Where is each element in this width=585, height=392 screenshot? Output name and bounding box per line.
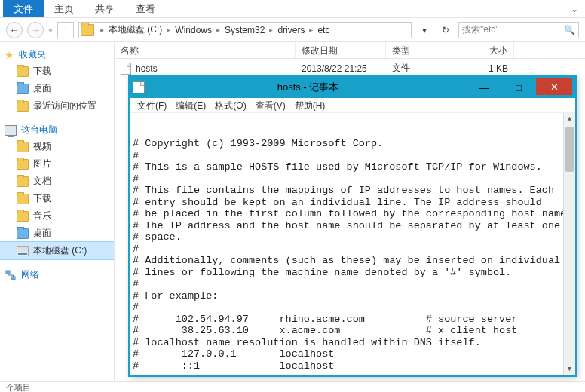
text-line: # be placed in the first column followed… — [133, 208, 572, 220]
file-size: 1 KB — [461, 63, 514, 74]
pc-icon — [5, 125, 17, 136]
crumb-windows[interactable]: Windows — [173, 25, 213, 35]
notepad-window[interactable]: hosts - 记事本 — □ ✕ 文件(F) 编辑(E) 格式(O) 查看(V… — [128, 75, 577, 377]
menu-view[interactable]: 查看(V) — [251, 98, 290, 112]
crumb-localdisk[interactable]: 本地磁盘 (C:) — [107, 23, 164, 36]
folder-icon — [17, 159, 29, 170]
menu-file[interactable]: 文件(F) — [133, 98, 171, 112]
column-size[interactable]: 大小 — [461, 42, 514, 58]
chevron-right-icon[interactable]: ▸ — [266, 26, 276, 34]
column-headers: 名称 修改日期 类型 大小 — [115, 42, 585, 59]
menu-edit[interactable]: 编辑(E) — [171, 98, 210, 112]
crumb-etc[interactable]: etc — [316, 25, 331, 35]
search-placeholder: 搜索"etc" — [462, 23, 499, 36]
crumb-system32[interactable]: System32 — [223, 25, 266, 35]
sidebar-item-localdisk-c[interactable]: 本地磁盘 (C:) — [0, 241, 115, 260]
minimize-button[interactable]: — — [467, 80, 501, 95]
sidebar-favorites-header[interactable]: ★ 收藏夹 — [0, 47, 114, 63]
column-name[interactable]: 名称 — [115, 42, 296, 58]
text-line: # lines or following the machine name de… — [133, 267, 572, 279]
search-input[interactable]: 搜索"etc" 🔍 — [458, 22, 579, 38]
nav-forward-button: → — [27, 22, 44, 38]
sidebar-item-documents[interactable]: 文档 — [0, 173, 114, 190]
column-date[interactable]: 修改日期 — [296, 42, 386, 58]
text-line: # localhost name resolution is handled w… — [133, 337, 572, 349]
sidebar-item-label: 桌面 — [33, 82, 51, 95]
svg-rect-1 — [11, 277, 15, 280]
folder-icon — [17, 142, 29, 152]
sidebar-item-desktop2[interactable]: 桌面 — [0, 225, 114, 242]
ribbon-tab-share[interactable]: 共享 — [84, 0, 125, 19]
text-line: # For example: — [133, 290, 572, 302]
nav-up-button[interactable]: ↑ — [57, 22, 74, 38]
sidebar-item-label: 图片 — [33, 158, 51, 170]
nav-recent-dropdown[interactable]: ▾ — [48, 25, 53, 35]
status-text: 个项目 — [6, 383, 31, 392]
text-line: # This is a sample HOSTS file used by Mi… — [133, 161, 572, 173]
close-button[interactable]: ✕ — [536, 78, 572, 95]
text-line: # — [133, 278, 572, 290]
svg-rect-0 — [6, 271, 10, 274]
sidebar-group-label: 收藏夹 — [19, 48, 46, 61]
sidebar-item-label: 桌面 — [33, 227, 51, 240]
vertical-scrollbar[interactable]: ▲ ▼ — [563, 113, 575, 375]
chevron-right-icon[interactable]: ▸ — [306, 26, 316, 34]
menu-help[interactable]: 帮助(H) — [290, 98, 330, 112]
file-name: hosts — [136, 63, 158, 74]
breadcrumb[interactable]: ▸ 本地磁盘 (C:) ▸ Windows ▸ System32 ▸ drive… — [78, 22, 412, 38]
network-icon — [5, 270, 17, 280]
sidebar-item-recent[interactable]: 最近访问的位置 — [0, 97, 114, 115]
text-line: # entry should be kept on an individual … — [133, 197, 572, 209]
sidebar-item-downloads2[interactable]: 下载 — [0, 190, 114, 207]
sidebar-group-label: 这台电脑 — [21, 124, 57, 136]
sidebar-item-desktop[interactable]: 桌面 — [0, 80, 114, 97]
sidebar-item-pictures[interactable]: 图片 — [0, 155, 114, 173]
chevron-right-icon[interactable]: ▸ — [164, 26, 173, 34]
notepad-menubar: 文件(F) 编辑(E) 格式(O) 查看(V) 帮助(H) — [130, 98, 575, 113]
text-line: # — [133, 243, 572, 256]
notepad-titlebar[interactable]: hosts - 记事本 — □ ✕ — [130, 77, 575, 98]
sidebar-network-header[interactable]: 网络 — [0, 267, 114, 283]
nav-back-button[interactable]: ← — [6, 22, 23, 38]
sidebar-item-label: 文档 — [33, 175, 51, 188]
scroll-down-icon[interactable]: ▼ — [564, 363, 575, 375]
folder-icon — [17, 194, 29, 204]
search-icon: 🔍 — [564, 25, 575, 35]
address-toolbar: ← → ▾ ↑ ▸ 本地磁盘 (C:) ▸ Windows ▸ System32… — [0, 18, 585, 42]
text-line: # — [133, 150, 572, 162]
column-type[interactable]: 类型 — [386, 42, 461, 58]
text-line: # 38.25.63.10 x.acme.com # x client host — [133, 325, 572, 337]
sidebar-item-videos[interactable]: 视频 — [0, 138, 114, 155]
menu-format[interactable]: 格式(O) — [210, 98, 250, 112]
window-title: hosts - 记事本 — [149, 81, 467, 94]
sidebar-item-downloads[interactable]: 下载 — [0, 63, 114, 80]
notepad-text-area[interactable]: # Copyright (c) 1993-2009 Microsoft Corp… — [130, 113, 575, 375]
text-line: # space. — [133, 231, 572, 243]
ribbon-tab-view[interactable]: 查看 — [125, 0, 166, 19]
maximize-button[interactable]: □ — [501, 80, 536, 95]
ribbon-expand-icon[interactable]: ⌄ — [567, 4, 582, 14]
text-line: # This file contains the mappings of IP … — [133, 185, 572, 197]
recent-icon — [17, 101, 29, 112]
explorer-ribbon: 文件 主页 共享 查看 ⌄ — [0, 0, 585, 18]
folder-icon — [17, 211, 29, 222]
chevron-right-icon[interactable]: ▸ — [97, 26, 107, 34]
folder-icon — [81, 24, 94, 36]
ribbon-file-tab[interactable]: 文件 — [3, 0, 44, 17]
folder-icon — [17, 176, 29, 187]
crumb-drivers[interactable]: drivers — [276, 25, 306, 35]
file-date: 2013/8/22 21:25 — [296, 63, 386, 74]
refresh-icon[interactable]: ↻ — [437, 25, 454, 35]
chevron-right-icon[interactable]: ▸ — [213, 26, 223, 34]
text-line: # 102.54.94.97 rhino.acme.com # source s… — [133, 314, 572, 326]
scroll-up-icon[interactable]: ▲ — [564, 113, 575, 125]
document-icon — [133, 81, 145, 93]
text-line: # — [133, 302, 572, 314]
ribbon-tab-home[interactable]: 主页 — [44, 0, 84, 19]
refresh-button[interactable]: ▾ — [416, 25, 433, 35]
scroll-thumb[interactable] — [565, 127, 574, 172]
sidebar-item-music[interactable]: 音乐 — [0, 207, 114, 225]
sidebar-group-label: 网络 — [21, 268, 39, 281]
sidebar-thispc-header[interactable]: 这台电脑 — [0, 122, 114, 138]
file-icon — [121, 63, 131, 75]
